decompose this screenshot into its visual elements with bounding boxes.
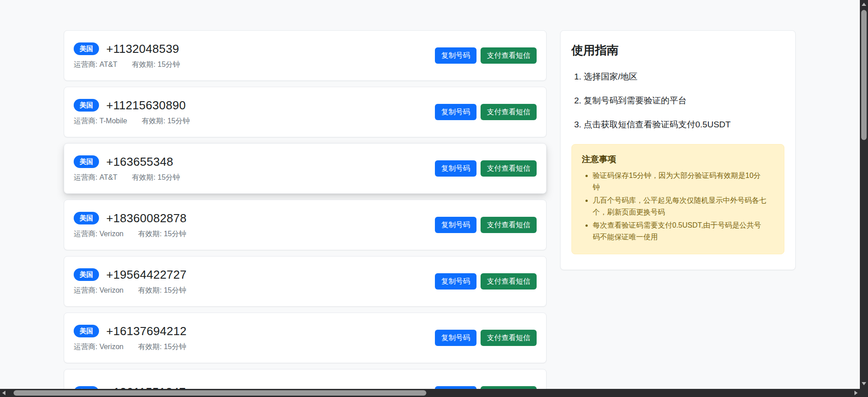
country-badge: 美国 xyxy=(74,212,99,224)
phone-number: +16137694212 xyxy=(106,324,187,338)
carrier-text: 运营商: Verizon xyxy=(74,342,123,352)
notice-item: 验证码保存15分钟，因为大部分验证码有效期是10分钟 xyxy=(593,170,766,193)
phone-number: +18360082878 xyxy=(106,211,187,225)
guide-title: 使用指南 xyxy=(571,42,784,58)
vertical-scrollbar[interactable] xyxy=(860,0,868,397)
phone-card: 美国 +18360082878 运营商: Verizon 有效期: 15分钟 复… xyxy=(64,200,547,250)
copy-number-button[interactable]: 复制号码 xyxy=(435,273,476,289)
copy-number-button[interactable]: 复制号码 xyxy=(435,104,476,120)
phone-number: +1132048539 xyxy=(106,42,179,56)
validity-text: 有效期: 15分钟 xyxy=(138,229,186,239)
copy-number-button[interactable]: 复制号码 xyxy=(435,217,476,233)
copy-number-button[interactable]: 复制号码 xyxy=(435,47,476,63)
page: 美国 +1132048539 运营商: AT&T 有效期: 15分钟 复制号码 … xyxy=(0,0,868,397)
country-badge: 美国 xyxy=(74,99,99,112)
guide-step: 选择国家/地区 xyxy=(584,71,784,83)
pay-view-sms-button[interactable]: 支付查看短信 xyxy=(481,217,537,233)
main-content: 美国 +1132048539 运营商: AT&T 有效期: 15分钟 复制号码 … xyxy=(64,30,796,397)
card-info: 美国 +11215630890 运营商: T-Mobile 有效期: 15分钟 xyxy=(74,98,190,126)
country-badge: 美国 xyxy=(74,42,99,55)
validity-text: 有效期: 15分钟 xyxy=(142,117,190,126)
guide-step: 复制号码到需要验证的平台 xyxy=(584,95,784,107)
card-info: 美国 +19564422727 运营商: Verizon 有效期: 15分钟 xyxy=(74,268,187,295)
pay-view-sms-button[interactable]: 支付查看短信 xyxy=(481,273,537,289)
usage-guide-panel: 使用指南 选择国家/地区 复制号码到需要验证的平台 点击获取短信查看验证码支付0… xyxy=(560,30,796,270)
validity-text: 有效期: 15分钟 xyxy=(132,60,180,70)
scroll-right-arrow-icon[interactable] xyxy=(854,391,858,395)
copy-number-button[interactable]: 复制号码 xyxy=(435,330,476,346)
validity-text: 有效期: 15分钟 xyxy=(132,173,180,182)
pay-view-sms-button[interactable]: 支付查看短信 xyxy=(481,47,537,63)
notice-title: 注意事项 xyxy=(582,154,774,165)
horizontal-scrollbar[interactable] xyxy=(0,389,868,397)
phone-card: 美国 +16137694212 运营商: Verizon 有效期: 15分钟 复… xyxy=(64,313,547,363)
scroll-down-arrow-icon[interactable] xyxy=(862,382,866,385)
pay-view-sms-button[interactable]: 支付查看短信 xyxy=(481,160,537,176)
pay-view-sms-button[interactable]: 支付查看短信 xyxy=(481,104,537,120)
scroll-left-arrow-icon[interactable] xyxy=(2,391,5,395)
notice-item: 几百个号码库，公平起见每次仅随机显示中外号码各七个，刷新页面更换号码 xyxy=(593,195,766,218)
card-info: 美国 +18360082878 运营商: Verizon 有效期: 15分钟 xyxy=(74,211,187,239)
phone-card: 美国 +11215630890 运营商: T-Mobile 有效期: 15分钟 … xyxy=(64,87,547,137)
country-badge: 美国 xyxy=(74,155,99,168)
notice-item: 每次查看验证码需要支付0.5USDT,由于号码是公共号码不能保证唯一使用 xyxy=(593,220,766,243)
pay-view-sms-button[interactable]: 支付查看短信 xyxy=(481,330,537,346)
scroll-up-arrow-icon[interactable] xyxy=(862,3,866,6)
card-info: 美国 +1132048539 运营商: AT&T 有效期: 15分钟 xyxy=(74,42,180,70)
validity-text: 有效期: 15分钟 xyxy=(138,342,186,352)
phone-card: 美国 +19564422727 运营商: Verizon 有效期: 15分钟 复… xyxy=(64,256,547,307)
validity-text: 有效期: 15分钟 xyxy=(138,286,186,295)
notice-list: 验证码保存15分钟，因为大部分验证码有效期是10分钟 几百个号码库，公平起见每次… xyxy=(582,170,766,243)
vertical-scrollbar-thumb[interactable] xyxy=(861,10,867,140)
copy-number-button[interactable]: 复制号码 xyxy=(435,160,476,176)
guide-steps: 选择国家/地区 复制号码到需要验证的平台 点击获取短信查看验证码支付0.5USD… xyxy=(571,71,784,131)
carrier-text: 运营商: T-Mobile xyxy=(74,117,127,126)
phone-number: +19564422727 xyxy=(106,268,187,282)
country-badge: 美国 xyxy=(74,268,99,281)
carrier-text: 运营商: Verizon xyxy=(74,229,123,239)
guide-step: 点击获取短信查看验证码支付0.5USDT xyxy=(584,119,784,131)
card-info: 美国 +163655348 运营商: AT&T 有效期: 15分钟 xyxy=(74,155,180,182)
country-badge: 美国 xyxy=(74,325,99,337)
notice-box: 注意事项 验证码保存15分钟，因为大部分验证码有效期是10分钟 几百个号码库，公… xyxy=(571,144,784,254)
phone-card: 美国 +163655348 运营商: AT&T 有效期: 15分钟 复制号码 支… xyxy=(64,143,547,194)
phone-card: 美国 +1132048539 运营商: AT&T 有效期: 15分钟 复制号码 … xyxy=(64,30,547,81)
carrier-text: 运营商: Verizon xyxy=(74,286,123,295)
phone-number: +11215630890 xyxy=(106,98,186,112)
card-info: 美国 +16137694212 运营商: Verizon 有效期: 15分钟 xyxy=(74,324,187,352)
phone-number: +163655348 xyxy=(106,155,173,169)
horizontal-scrollbar-thumb[interactable] xyxy=(14,390,426,396)
carrier-text: 运营商: AT&T xyxy=(74,173,118,182)
phone-card-list: 美国 +1132048539 运营商: AT&T 有效期: 15分钟 复制号码 … xyxy=(64,30,547,397)
carrier-text: 运营商: AT&T xyxy=(74,60,118,70)
